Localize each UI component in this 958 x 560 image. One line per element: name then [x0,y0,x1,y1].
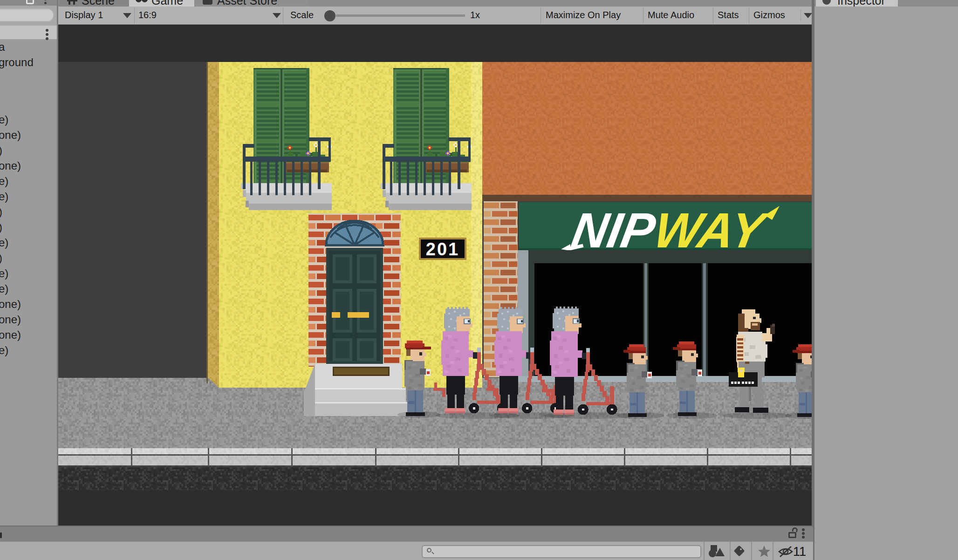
svg-text:WAY: WAY [650,203,773,250]
svg-text:NIP: NIP [568,203,660,250]
